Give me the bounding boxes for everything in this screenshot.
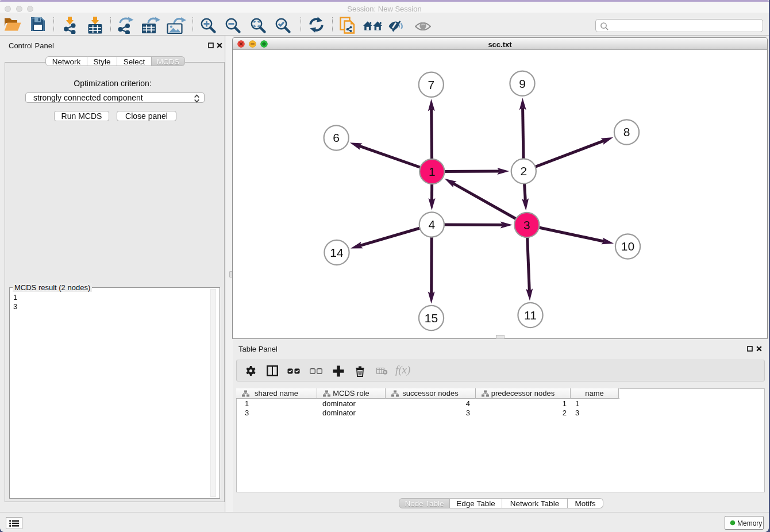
svg-text:Memory: Memory <box>737 519 762 527</box>
svg-text:14: 14 <box>330 246 344 259</box>
svg-text:9: 9 <box>519 77 526 90</box>
svg-text:7: 7 <box>428 78 434 91</box>
svg-text:11: 11 <box>524 309 537 322</box>
svg-text:1: 1 <box>429 165 436 178</box>
svg-text:4: 4 <box>428 218 435 231</box>
svg-text:3: 3 <box>523 218 530 232</box>
svg-text:6: 6 <box>333 131 340 144</box>
svg-text:15: 15 <box>425 311 438 325</box>
svg-text:2: 2 <box>520 164 527 178</box>
svg-text:10: 10 <box>621 240 634 253</box>
svg-text:8: 8 <box>623 125 630 138</box>
